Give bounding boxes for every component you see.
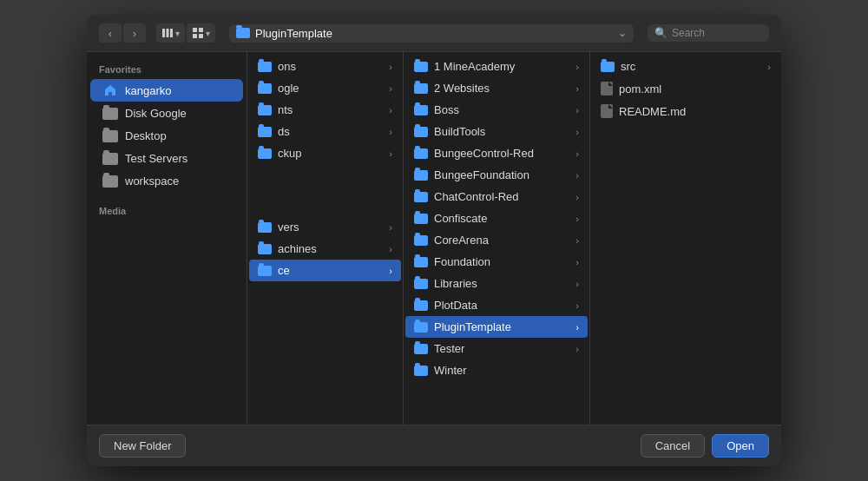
list-item[interactable]: ogle ›	[249, 77, 401, 99]
list-item[interactable]: Libraries ›	[405, 273, 588, 294]
list-item[interactable]: vers ›	[249, 216, 401, 238]
forward-button[interactable]: ›	[123, 23, 146, 43]
folder-icon	[258, 105, 272, 115]
folder-icon	[414, 148, 428, 159]
svg-rect-6	[199, 34, 203, 38]
svg-rect-1	[167, 29, 169, 37]
svg-rect-3	[193, 28, 197, 32]
search-icon: 🔍	[654, 27, 667, 39]
nav-buttons: ‹ ›	[99, 23, 146, 43]
list-item[interactable]: achines ›	[249, 238, 401, 260]
list-item[interactable]: Confiscate ›	[405, 208, 588, 229]
list-item[interactable]: ons ›	[249, 56, 401, 77]
svg-rect-2	[170, 29, 173, 37]
file-icon	[601, 82, 613, 96]
back-button[interactable]: ‹	[99, 23, 122, 43]
list-item[interactable]: ckup ›	[249, 142, 401, 164]
cancel-button[interactable]: Cancel	[641, 434, 705, 458]
src-item[interactable]: src ›	[592, 56, 779, 77]
list-item[interactable]: BungeeFoundation ›	[405, 164, 588, 186]
folder-icon	[601, 62, 615, 72]
kangarko-label: kangarko	[125, 84, 171, 97]
list-item[interactable]: ChatControl-Red ›	[405, 186, 588, 208]
file-icon	[601, 104, 613, 118]
list-item[interactable]: ds ›	[249, 121, 401, 142]
middle-panel: 1 MineAcademy › 2 Websites › Boss › Buil…	[404, 52, 590, 425]
list-item[interactable]: 2 Websites ›	[405, 77, 588, 99]
location-chevron-icon: ⌄	[618, 27, 627, 39]
desktop-label: Desktop	[125, 129, 167, 142]
folder-icon	[258, 62, 272, 72]
folder-icon	[414, 192, 428, 202]
disk-google-folder-icon	[102, 108, 118, 120]
list-item[interactable]: Tester ›	[405, 338, 588, 359]
right-buttons: Cancel Open	[641, 434, 769, 458]
folder-icon	[258, 148, 272, 159]
folder-icon	[414, 127, 428, 137]
open-button[interactable]: Open	[712, 434, 769, 458]
workspace-label: workspace	[125, 175, 179, 188]
grid-icon	[192, 27, 204, 39]
columns-icon	[161, 27, 174, 39]
list-item-selected[interactable]: ce ›	[249, 260, 401, 281]
folder-icon	[414, 235, 428, 246]
svg-rect-0	[162, 29, 165, 37]
list-item[interactable]: 1 MineAcademy ›	[405, 56, 588, 77]
location-text: PluginTemplate	[255, 27, 613, 40]
columns-view-button[interactable]: ▾	[156, 23, 185, 43]
sidebar-item-disk-google[interactable]: Disk Google	[90, 102, 243, 124]
list-item[interactable]: BungeeControl-Red ›	[405, 142, 588, 164]
folder-icon	[258, 222, 272, 233]
folder-icon	[414, 83, 428, 94]
list-item[interactable]: Foundation ›	[405, 251, 588, 273]
home-icon	[102, 83, 118, 97]
toolbar: ‹ › ▾ ▾	[87, 15, 781, 52]
test-servers-label: Test Servers	[125, 152, 187, 165]
location-folder-icon	[236, 28, 250, 38]
list-item[interactable]: Winter	[405, 359, 588, 381]
list-item[interactable]: nts ›	[249, 99, 401, 121]
workspace-folder-icon	[102, 175, 118, 188]
plugin-template-item[interactable]: PluginTemplate ›	[405, 316, 588, 338]
bottom-bar: New Folder Cancel Open	[87, 425, 781, 466]
folder-icon	[414, 300, 428, 311]
folder-icon	[414, 366, 428, 376]
columns-chevron: ▾	[175, 29, 180, 38]
location-bar[interactable]: PluginTemplate ⌄	[229, 24, 634, 43]
file-panels: ons › ogle › nts › ds › ckup ›	[247, 52, 781, 425]
list-item[interactable]: CoreArena ›	[405, 229, 588, 251]
desktop-folder-icon	[102, 130, 118, 142]
grid-chevron: ▾	[206, 29, 210, 38]
svg-rect-4	[199, 28, 203, 32]
sidebar: Favorites kangarko Disk Google Desktop	[87, 52, 247, 425]
sidebar-item-workspace[interactable]: workspace	[90, 170, 243, 192]
folder-icon	[414, 105, 428, 115]
sidebar-item-test-servers[interactable]: Test Servers	[90, 148, 243, 169]
readme-item[interactable]: README.md	[592, 100, 779, 122]
new-folder-button[interactable]: New Folder	[99, 434, 186, 458]
list-item[interactable]: Boss ›	[405, 99, 588, 121]
disk-google-label: Disk Google	[125, 107, 187, 120]
media-label: Media	[87, 201, 247, 220]
folder-icon	[258, 83, 272, 94]
folder-icon	[414, 322, 428, 333]
test-servers-folder-icon	[102, 153, 118, 165]
folder-icon	[414, 279, 428, 289]
content: Favorites kangarko Disk Google Desktop	[87, 52, 781, 425]
favorites-label: Favorites	[87, 59, 247, 78]
list-item[interactable]: PlotData ›	[405, 294, 588, 316]
folder-icon	[414, 257, 428, 267]
svg-rect-5	[193, 34, 197, 38]
folder-icon	[258, 244, 272, 254]
folder-icon	[414, 170, 428, 181]
right-panel: src › pom.xml README.md	[590, 52, 781, 425]
list-item[interactable]: BuildTools ›	[405, 121, 588, 142]
sidebar-item-kangarko[interactable]: kangarko	[90, 79, 243, 102]
folder-icon	[414, 62, 428, 72]
search-bar: 🔍	[648, 24, 769, 42]
grid-view-button[interactable]: ▾	[187, 23, 215, 43]
pom-xml-item[interactable]: pom.xml	[592, 77, 779, 100]
sidebar-item-desktop[interactable]: Desktop	[90, 125, 243, 147]
search-input[interactable]	[672, 27, 750, 39]
folder-icon	[414, 214, 428, 224]
